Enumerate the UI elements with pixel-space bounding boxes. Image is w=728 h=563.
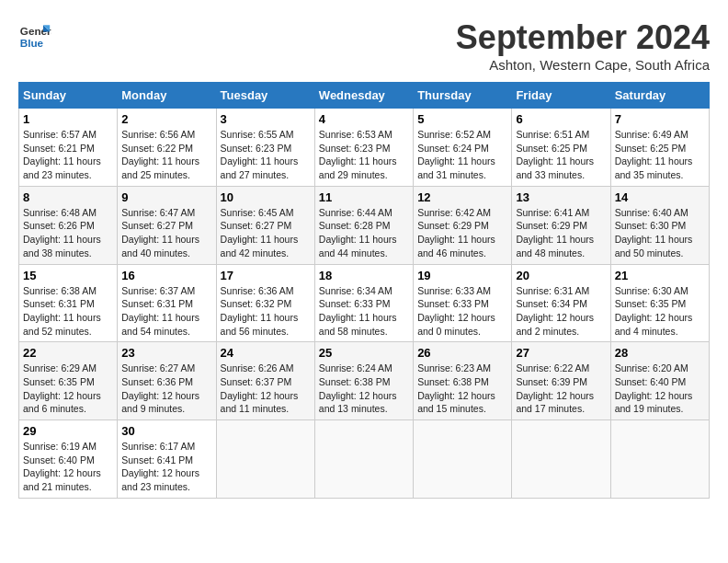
calendar-day: 29Sunrise: 6:19 AM Sunset: 6:40 PM Dayli…: [19, 420, 118, 499]
header-tuesday: Tuesday: [216, 83, 314, 109]
day-info: Sunrise: 6:52 AM Sunset: 6:24 PM Dayligh…: [417, 128, 507, 182]
day-number: 6: [516, 112, 606, 126]
header-monday: Monday: [118, 83, 216, 109]
day-info: Sunrise: 6:49 AM Sunset: 6:25 PM Dayligh…: [615, 128, 705, 182]
day-number: 2: [121, 112, 211, 126]
day-number: 16: [121, 269, 211, 282]
day-number: 14: [615, 190, 705, 204]
day-number: 8: [23, 190, 113, 204]
calendar-week-4: 22Sunrise: 6:29 AM Sunset: 6:35 PM Dayli…: [19, 342, 710, 420]
day-info: Sunrise: 6:53 AM Sunset: 6:23 PM Dayligh…: [319, 128, 409, 182]
day-number: 30: [121, 424, 211, 438]
calendar-day: [512, 420, 610, 499]
day-info: Sunrise: 6:57 AM Sunset: 6:21 PM Dayligh…: [23, 128, 113, 182]
day-number: 11: [319, 190, 409, 204]
day-info: Sunrise: 6:47 AM Sunset: 6:27 PM Dayligh…: [121, 206, 211, 260]
calendar-day: 2Sunrise: 6:56 AM Sunset: 6:22 PM Daylig…: [118, 109, 216, 187]
calendar-day: [610, 420, 709, 499]
day-number: 12: [417, 190, 507, 204]
day-info: Sunrise: 6:42 AM Sunset: 6:29 PM Dayligh…: [417, 206, 507, 260]
day-info: Sunrise: 6:41 AM Sunset: 6:29 PM Dayligh…: [516, 206, 606, 260]
day-number: 4: [319, 112, 409, 126]
calendar-day: 18Sunrise: 6:34 AM Sunset: 6:33 PM Dayli…: [314, 264, 413, 342]
day-info: Sunrise: 6:40 AM Sunset: 6:30 PM Dayligh…: [615, 206, 705, 260]
day-info: Sunrise: 6:48 AM Sunset: 6:26 PM Dayligh…: [23, 206, 113, 260]
calendar-day: [216, 420, 314, 499]
day-number: 18: [319, 269, 409, 282]
calendar-day: 5Sunrise: 6:52 AM Sunset: 6:24 PM Daylig…: [414, 109, 512, 187]
header-wednesday: Wednesday: [314, 83, 413, 109]
calendar-day: 12Sunrise: 6:42 AM Sunset: 6:29 PM Dayli…: [414, 186, 512, 264]
day-info: Sunrise: 6:45 AM Sunset: 6:27 PM Dayligh…: [221, 206, 311, 260]
day-info: Sunrise: 6:34 AM Sunset: 6:33 PM Dayligh…: [319, 284, 409, 339]
header-sunday: Sunday: [19, 83, 118, 109]
month-title: September 2024: [456, 18, 710, 57]
title-block: September 2024 Ashton, Western Cape, Sou…: [456, 18, 710, 73]
calendar-day: 25Sunrise: 6:24 AM Sunset: 6:38 PM Dayli…: [314, 342, 413, 420]
calendar-day: 23Sunrise: 6:27 AM Sunset: 6:36 PM Dayli…: [118, 342, 216, 420]
calendar-day: 1Sunrise: 6:57 AM Sunset: 6:21 PM Daylig…: [19, 109, 118, 187]
calendar-table: SundayMondayTuesdayWednesdayThursdayFrid…: [18, 82, 710, 499]
day-number: 29: [23, 424, 113, 438]
location: Ashton, Western Cape, South Africa: [456, 57, 710, 73]
calendar-day: 26Sunrise: 6:23 AM Sunset: 6:38 PM Dayli…: [414, 342, 512, 420]
calendar-week-5: 29Sunrise: 6:19 AM Sunset: 6:40 PM Dayli…: [19, 420, 710, 499]
day-number: 22: [23, 346, 113, 360]
day-number: 27: [516, 346, 606, 360]
calendar-day: 28Sunrise: 6:20 AM Sunset: 6:40 PM Dayli…: [610, 342, 709, 420]
calendar-day: 15Sunrise: 6:38 AM Sunset: 6:31 PM Dayli…: [19, 264, 118, 342]
calendar-day: 10Sunrise: 6:45 AM Sunset: 6:27 PM Dayli…: [216, 186, 314, 264]
calendar-week-2: 8Sunrise: 6:48 AM Sunset: 6:26 PM Daylig…: [19, 186, 710, 264]
calendar-day: 22Sunrise: 6:29 AM Sunset: 6:35 PM Dayli…: [19, 342, 118, 420]
day-number: 25: [319, 346, 409, 360]
logo-icon: General Blue: [18, 18, 51, 52]
day-number: 21: [615, 269, 705, 282]
day-number: 17: [221, 269, 311, 282]
day-info: Sunrise: 6:19 AM Sunset: 6:40 PM Dayligh…: [23, 440, 113, 494]
day-number: 7: [615, 112, 705, 126]
day-info: Sunrise: 6:55 AM Sunset: 6:23 PM Dayligh…: [221, 128, 311, 182]
calendar-day: 6Sunrise: 6:51 AM Sunset: 6:25 PM Daylig…: [512, 109, 610, 187]
day-info: Sunrise: 6:36 AM Sunset: 6:32 PM Dayligh…: [221, 284, 311, 339]
calendar-day: [414, 420, 512, 499]
day-info: Sunrise: 6:29 AM Sunset: 6:35 PM Dayligh…: [23, 362, 113, 416]
header-saturday: Saturday: [610, 83, 709, 109]
day-number: 13: [516, 190, 606, 204]
day-number: 20: [516, 269, 606, 282]
day-number: 3: [221, 112, 311, 126]
calendar-day: 4Sunrise: 6:53 AM Sunset: 6:23 PM Daylig…: [314, 109, 413, 187]
calendar-day: 17Sunrise: 6:36 AM Sunset: 6:32 PM Dayli…: [216, 264, 314, 342]
day-info: Sunrise: 6:51 AM Sunset: 6:25 PM Dayligh…: [516, 128, 606, 182]
day-info: Sunrise: 6:24 AM Sunset: 6:38 PM Dayligh…: [319, 362, 409, 416]
calendar-day: 14Sunrise: 6:40 AM Sunset: 6:30 PM Dayli…: [610, 186, 709, 264]
day-number: 24: [221, 346, 311, 360]
day-info: Sunrise: 6:31 AM Sunset: 6:34 PM Dayligh…: [516, 284, 606, 339]
calendar-day: [314, 420, 413, 499]
day-number: 23: [121, 346, 211, 360]
day-number: 9: [121, 190, 211, 204]
svg-text:Blue: Blue: [20, 37, 44, 49]
day-info: Sunrise: 6:56 AM Sunset: 6:22 PM Dayligh…: [121, 128, 211, 182]
day-number: 5: [417, 112, 507, 126]
day-number: 26: [417, 346, 507, 360]
day-info: Sunrise: 6:44 AM Sunset: 6:28 PM Dayligh…: [319, 206, 409, 260]
calendar-day: 24Sunrise: 6:26 AM Sunset: 6:37 PM Dayli…: [216, 342, 314, 420]
calendar-day: 19Sunrise: 6:33 AM Sunset: 6:33 PM Dayli…: [414, 264, 512, 342]
calendar-day: 11Sunrise: 6:44 AM Sunset: 6:28 PM Dayli…: [314, 186, 413, 264]
day-number: 15: [23, 269, 113, 282]
page-header: General Blue September 2024 Ashton, West…: [18, 18, 710, 73]
day-info: Sunrise: 6:20 AM Sunset: 6:40 PM Dayligh…: [615, 362, 705, 416]
header-friday: Friday: [512, 83, 610, 109]
calendar-day: 8Sunrise: 6:48 AM Sunset: 6:26 PM Daylig…: [19, 186, 118, 264]
calendar-week-3: 15Sunrise: 6:38 AM Sunset: 6:31 PM Dayli…: [19, 264, 710, 342]
calendar-day: 7Sunrise: 6:49 AM Sunset: 6:25 PM Daylig…: [610, 109, 709, 187]
day-info: Sunrise: 6:33 AM Sunset: 6:33 PM Dayligh…: [417, 284, 507, 339]
calendar-day: 9Sunrise: 6:47 AM Sunset: 6:27 PM Daylig…: [118, 186, 216, 264]
day-info: Sunrise: 6:27 AM Sunset: 6:36 PM Dayligh…: [121, 362, 211, 416]
calendar-day: 21Sunrise: 6:30 AM Sunset: 6:35 PM Dayli…: [610, 264, 709, 342]
day-info: Sunrise: 6:37 AM Sunset: 6:31 PM Dayligh…: [121, 284, 211, 339]
calendar-day: 27Sunrise: 6:22 AM Sunset: 6:39 PM Dayli…: [512, 342, 610, 420]
calendar-day: 3Sunrise: 6:55 AM Sunset: 6:23 PM Daylig…: [216, 109, 314, 187]
calendar-day: 13Sunrise: 6:41 AM Sunset: 6:29 PM Dayli…: [512, 186, 610, 264]
day-info: Sunrise: 6:22 AM Sunset: 6:39 PM Dayligh…: [516, 362, 606, 416]
